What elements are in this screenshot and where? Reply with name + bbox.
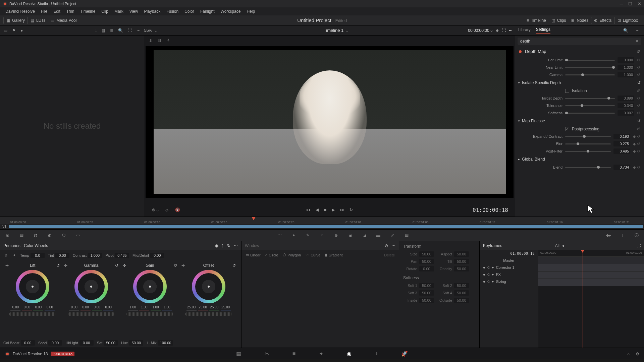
wheel-value[interactable]: 0.00 <box>69 305 79 310</box>
section-isolate[interactable]: ▾Isolate Specific Depth↺ <box>515 78 644 87</box>
magic-mask-icon[interactable]: ▣ <box>347 232 354 239</box>
size-field[interactable]: Soft 150.00 <box>403 283 434 288</box>
kf-expand-icon[interactable]: ▸ <box>492 265 494 269</box>
param-slider[interactable] <box>565 113 615 114</box>
minimize-button[interactable]: ─ <box>620 1 623 6</box>
wheel-value[interactable]: 0.00 <box>103 305 113 310</box>
image-wipe-icon[interactable]: ◫ <box>148 37 153 44</box>
kf-eye-icon[interactable]: ◇ <box>487 272 490 277</box>
stop-icon[interactable]: ■ <box>323 206 327 213</box>
kf-icon[interactable]: ◆ <box>633 149 636 154</box>
menu-workspace[interactable]: Workspace <box>218 8 244 14</box>
prev-clip-icon[interactable]: ⏮ <box>305 206 311 213</box>
postprocessing-checkbox-row[interactable]: ✓Postprocessing↺ <box>515 125 644 133</box>
color-wheel[interactable] <box>133 270 167 303</box>
shape-polygon[interactable]: ⬠ Polygon <box>283 253 301 257</box>
adjustment-contrast[interactable]: Contrast1.000 <box>73 253 102 258</box>
shape-delete[interactable]: Delete <box>384 253 395 257</box>
kf-dot-icon[interactable]: ● <box>562 243 565 248</box>
size-field[interactable]: Size50.00 <box>403 251 434 257</box>
adjustment-bottom[interactable]: Hue50.00 <box>121 340 143 346</box>
picker-icon[interactable]: ✛ <box>123 263 126 268</box>
size-field[interactable]: Aspect50.00 <box>438 251 469 257</box>
param-value[interactable]: 0.275 <box>613 141 630 146</box>
blend-slider[interactable] <box>565 167 611 168</box>
scopes-icon[interactable]: ⫿ <box>619 232 626 239</box>
param-value[interactable]: 0.899 <box>618 96 634 101</box>
menu-clip[interactable]: Clip <box>99 8 111 14</box>
page-fusion-icon[interactable]: ✦ <box>319 351 323 357</box>
timeline-dropdown-icon[interactable]: ⌵ <box>345 27 349 34</box>
effect-search-input[interactable] <box>520 39 635 44</box>
clips-toggle[interactable]: ◫Clips <box>549 17 569 24</box>
reset-finesse-icon[interactable]: ↺ <box>637 119 641 123</box>
kf-track-row[interactable]: ●◇▸ Sizing <box>480 278 538 285</box>
bars-mode-icon[interactable]: ⫿ <box>222 243 224 248</box>
section-finesse[interactable]: ▾Map Finesse↺ <box>515 117 644 125</box>
menu-view[interactable]: View <box>127 8 141 14</box>
shape-circle[interactable]: ○ Circle <box>265 253 278 257</box>
gallery-toggle[interactable]: ▦Gallery <box>3 17 28 24</box>
page-fairlight-icon[interactable]: ♪ <box>375 351 378 357</box>
split-icon[interactable]: ▥ <box>157 37 162 44</box>
wheels-mode-icon[interactable]: ◉ <box>215 243 218 248</box>
page-deliver-icon[interactable]: 🚀 <box>401 351 408 357</box>
flag-icon[interactable]: ⚑ <box>11 27 17 34</box>
kf-track-master[interactable] <box>538 257 644 264</box>
size-field[interactable]: Soft 250.00 <box>438 283 469 288</box>
page-color-icon[interactable]: ◉ <box>347 351 352 357</box>
isolation-checkbox[interactable] <box>565 89 569 93</box>
page-cut-icon[interactable]: ✂ <box>265 351 269 357</box>
bypass-icon[interactable]: ⊗ ⌵ <box>151 206 160 213</box>
kf-expand-icon[interactable]: ⛶ <box>637 243 641 248</box>
param-value[interactable]: 0.000 <box>618 57 634 63</box>
wheel-value[interactable]: 1.00 <box>162 305 172 310</box>
param-slider[interactable] <box>565 105 615 106</box>
kf-expand-icon[interactable]: ▸ <box>492 279 494 284</box>
timeline-toggle[interactable]: ≡Timeline <box>524 17 549 24</box>
picker-icon[interactable]: ✛ <box>181 263 185 268</box>
reset-isolation-icon[interactable]: ↺ <box>637 88 640 93</box>
keyframes-icon[interactable]: ◆▸ <box>605 232 612 239</box>
stills-view-icon[interactable]: ▭ <box>3 27 8 34</box>
wheel-value[interactable]: 0.00 <box>10 305 20 310</box>
menu-playback[interactable]: Playback <box>141 8 163 14</box>
adjustment-tint[interactable]: Tint0.00 <box>48 253 69 258</box>
key-icon[interactable]: ▬ <box>375 232 382 239</box>
menu-trim[interactable]: Trim <box>64 8 77 14</box>
size-field[interactable]: Outside50.00 <box>438 298 469 303</box>
jog-wheel[interactable] <box>9 312 56 316</box>
duration-timecode[interactable]: 00:00:00:00 ⌵ ⊕ ⛶ ⋯ <box>468 28 512 33</box>
home-icon[interactable]: ⌂ <box>627 352 630 356</box>
section-global-blend[interactable]: ▸Global Blend <box>515 155 644 164</box>
kf-icon[interactable]: ◆ <box>633 134 636 139</box>
luts-toggle[interactable]: ▤LUTs <box>28 17 48 24</box>
size-field[interactable]: Pan50.00 <box>403 259 434 264</box>
loop-icon[interactable]: ↻ <box>348 206 354 213</box>
menu-app[interactable]: DaVinci Resolve <box>3 8 38 14</box>
size-field[interactable]: Tilt50.00 <box>438 259 469 264</box>
tab-settings[interactable]: Settings <box>536 27 550 34</box>
wheel-value[interactable]: 0.00 <box>45 305 55 310</box>
adjustment-bottom[interactable]: Col Boost0.00 <box>3 340 35 346</box>
grid-icon[interactable]: ▦ <box>101 27 106 34</box>
kf-track-sizing[interactable] <box>538 279 644 286</box>
jog-wheel[interactable] <box>185 312 232 316</box>
qualifier-icon[interactable]: ✎ <box>305 232 311 239</box>
kf-eye-icon[interactable]: ◇ <box>487 265 490 269</box>
mute-icon[interactable]: 🔇 <box>174 206 181 213</box>
param-reset-icon[interactable]: ↺ <box>637 96 640 101</box>
effect-search[interactable]: ✕ <box>518 38 641 45</box>
param-slider[interactable] <box>565 74 615 75</box>
color-match-icon[interactable]: ▦ <box>18 232 25 239</box>
kf-ruler[interactable]: 01:00:00:00 01:00:01:09 <box>538 250 644 257</box>
param-reset-icon[interactable]: ↺ <box>637 58 640 62</box>
postprocessing-checkbox[interactable]: ✓ <box>565 127 569 131</box>
param-slider[interactable] <box>565 136 611 137</box>
window-icon[interactable]: ○ <box>319 232 325 239</box>
camera-raw-icon[interactable]: ◉ <box>4 232 11 239</box>
color-wheel[interactable] <box>16 270 49 303</box>
wheel-value[interactable]: 1.00 <box>128 305 138 310</box>
adjustment-bottom[interactable]: Hi/Light0.00 <box>65 340 93 346</box>
size-field[interactable]: Soft 450.00 <box>438 290 469 296</box>
